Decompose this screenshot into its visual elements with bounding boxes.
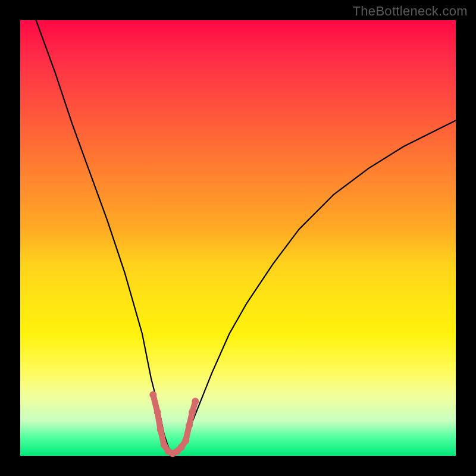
highlight-dot — [192, 398, 199, 405]
highlight-dot — [182, 437, 189, 444]
highlight-dot — [189, 409, 196, 416]
highlight-dot — [178, 443, 185, 450]
highlight-dot — [157, 426, 164, 433]
highlight-dot — [186, 422, 193, 429]
highlight-dot — [149, 392, 156, 399]
bottleneck-curve — [20, 0, 456, 453]
highlight-dot — [154, 409, 161, 416]
highlight-dot — [161, 441, 168, 449]
chart-svg — [20, 20, 456, 456]
chart-plot-area — [20, 20, 456, 456]
watermark-text: TheBottleneck.com — [353, 4, 468, 19]
